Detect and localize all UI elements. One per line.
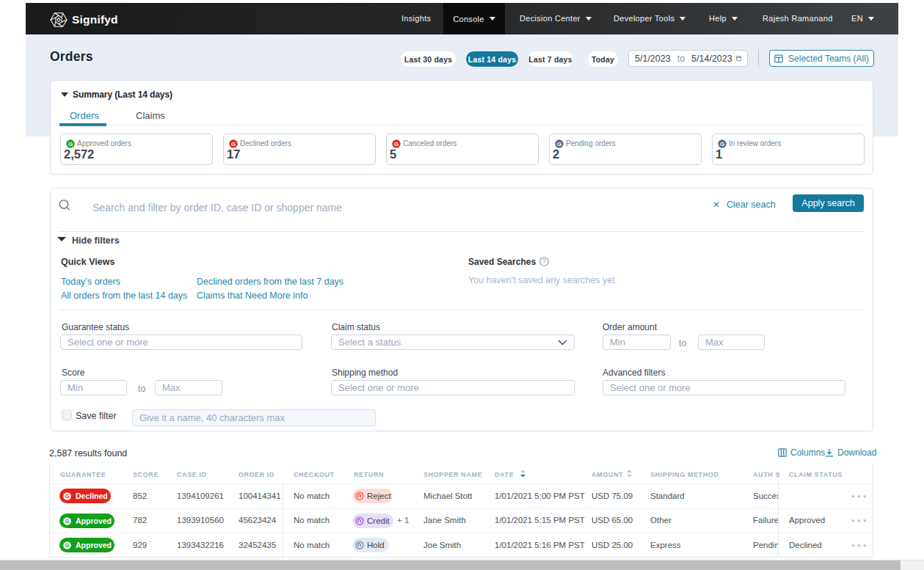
svg-text:G: G (65, 542, 70, 549)
svg-text:G: G (557, 141, 561, 147)
svg-text:G: G (231, 141, 236, 147)
svg-text:G: G (68, 141, 73, 147)
svg-text:G: G (394, 141, 399, 147)
svg-text:G: G (720, 141, 724, 147)
svg-text:G: G (65, 518, 70, 525)
svg-text:G: G (65, 493, 70, 500)
svg-text:?: ? (542, 257, 546, 265)
